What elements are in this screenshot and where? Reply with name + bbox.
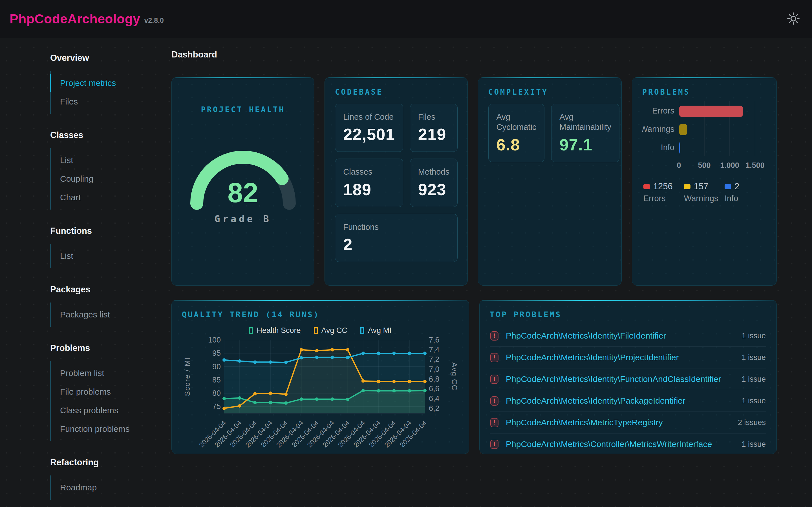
sidebar-group-classes: List Coupling Chart [50, 148, 161, 210]
svg-text:90: 90 [212, 362, 221, 371]
sidebar-heading-packages: Packages [50, 284, 161, 295]
problem-row[interactable]: ! PhpCodeArch\Metrics\Identity\PackageId… [490, 390, 766, 412]
stat-label: Lines of Code [343, 112, 395, 122]
codebase-stats: Lines of Code 22,501 Files 219 Classes 1… [335, 104, 457, 262]
svg-text:7,6: 7,6 [429, 337, 440, 344]
top-problems-card: TOP PROBLEMS ! PhpCodeArch\Metrics\Ident… [479, 300, 777, 454]
sidebar-item-packages-list[interactable]: Packages list [60, 305, 161, 324]
problem-issue-count: 1 issue [742, 375, 766, 384]
stat-label: Classes [343, 167, 395, 177]
info-count: 2 [734, 181, 739, 191]
stat-tile-avg-cyclomatic: Avg Cyclomatic 6.8 [488, 104, 545, 162]
svg-text:6,8: 6,8 [429, 375, 440, 383]
problem-class-link[interactable]: PhpCodeArch\Metrics\Identity\PackageIden… [506, 396, 686, 406]
health-score-swatch-icon [249, 327, 253, 334]
theme-toggle-button[interactable] [785, 11, 801, 27]
legend-health-score[interactable]: Health Score [249, 326, 301, 335]
sidebar-heading-overview: Overview [50, 53, 161, 63]
svg-text:6,4: 6,4 [429, 394, 440, 403]
stat-value: 189 [343, 180, 395, 199]
svg-text:0: 0 [677, 161, 681, 170]
complexity-title: COMPLEXITY [488, 88, 611, 96]
codebase-title: CODEBASE [335, 88, 457, 96]
stat-label: Avg Cyclomatic [497, 112, 537, 132]
stat-tile-classes: Classes 189 [335, 159, 403, 207]
legend-avg-mi[interactable]: Avg MI [360, 326, 392, 335]
errors-count: 1256 [653, 181, 673, 191]
quality-trend-card: QUALITY TREND (14 RUNS) Health Score Avg… [171, 300, 469, 454]
sidebar-item-class-problems[interactable]: Class problems [60, 401, 161, 420]
trend-legend: Health Score Avg CC Avg MI [182, 326, 459, 335]
legend-avg-cc[interactable]: Avg CC [314, 326, 348, 335]
sidebar-item-coupling[interactable]: Coupling [60, 170, 161, 188]
problem-issue-count: 1 issue [742, 332, 766, 340]
top-problems-list: ! PhpCodeArch\Metrics\Identity\FileIdent… [490, 325, 766, 454]
stat-label: Functions [343, 222, 449, 232]
problem-issue-count: 1 issue [742, 397, 766, 405]
quality-trend-chart: 75808590951006,26,46,66,87,07,27,47,6Sco… [182, 337, 459, 449]
svg-text:Score / MI: Score / MI [183, 357, 192, 396]
info-swatch-icon [725, 184, 731, 189]
sidebar-item-problem-list[interactable]: Problem list [60, 364, 161, 383]
sidebar-item-chart[interactable]: Chart [60, 188, 161, 207]
complexity-card: COMPLEXITY Avg Cyclomatic 6.8 Avg Mainta… [478, 77, 622, 286]
problem-row[interactable]: ! PhpCodeArch\Metrics\Identity\FunctionA… [490, 369, 766, 390]
sidebar-item-roadmap[interactable]: Roadmap [60, 478, 161, 497]
problem-row[interactable]: ! PhpCodeArch\Metrics\MetricTypeRegistry… [490, 412, 766, 434]
stat-value: 22,501 [343, 125, 395, 144]
problem-class-link[interactable]: PhpCodeArch\Metrics\Identity\FileIdentif… [506, 331, 666, 341]
svg-text:Info: Info [661, 143, 674, 152]
warnings-label: Warnings [684, 194, 725, 203]
problems-bar-chart: 05001.0001.500ErrorsWarningsInfo [642, 101, 767, 174]
problem-row[interactable]: ! PhpCodeArch\Metrics\Identity\FileIdent… [490, 325, 766, 347]
sidebar-item-project-metrics[interactable]: Project metrics [60, 74, 161, 93]
problem-row[interactable]: ! PhpCodeArch\Metrics\Identity\ProjectId… [490, 347, 766, 369]
sidebar-item-functions-list[interactable]: List [60, 247, 161, 265]
stat-value: 6.8 [497, 135, 537, 154]
complexity-stats: Avg Cyclomatic 6.8 Avg Maintainability 9… [488, 104, 611, 162]
svg-text:7,2: 7,2 [429, 355, 440, 363]
exclamation-icon: ! [490, 353, 499, 362]
legend-errors: 1256 Errors [644, 181, 684, 203]
problem-class-link[interactable]: PhpCodeArch\Metrics\Identity\ProjectIden… [506, 353, 679, 362]
sidebar-group-packages: Packages list [50, 302, 161, 327]
svg-text:6,2: 6,2 [429, 404, 440, 413]
stat-tile-functions: Functions 2 [335, 214, 458, 262]
problem-row[interactable]: ! PhpCodeArch\Metrics\Controller\Metrics… [490, 434, 766, 454]
problem-class-link[interactable]: PhpCodeArch\Metrics\Identity\FunctionAnd… [506, 374, 721, 384]
problem-class-link[interactable]: PhpCodeArch\Metrics\MetricTypeRegistry [506, 418, 663, 427]
legend-label: Avg MI [368, 326, 392, 335]
legend-warnings: 157 Warnings [684, 181, 725, 203]
problem-issue-count: 2 issues [738, 418, 766, 427]
warnings-swatch-icon [684, 184, 691, 189]
sidebar-item-files[interactable]: Files [60, 93, 161, 111]
sidebar-item-function-problems[interactable]: Function problems [60, 420, 161, 438]
stat-value: 97.1 [559, 135, 611, 154]
errors-swatch-icon [644, 184, 650, 189]
sidebar-item-classes-list[interactable]: List [60, 151, 161, 170]
stat-tile-avg-maintainability: Avg Maintainability 97.1 [551, 104, 619, 162]
problem-class-link[interactable]: PhpCodeArch\Metrics\Controller\MetricsWr… [506, 439, 712, 449]
svg-text:1.500: 1.500 [746, 161, 765, 170]
codebase-card: CODEBASE Lines of Code 22,501 Files 219 … [324, 77, 467, 286]
sidebar-item-file-problems[interactable]: File problems [60, 383, 161, 401]
stat-tile-methods: Methods 923 [410, 159, 458, 207]
legend-label: Avg CC [321, 326, 348, 335]
health-gauge: 82 [184, 141, 302, 212]
exclamation-icon: ! [490, 375, 499, 384]
sidebar: Overview Project metrics Files Classes L… [50, 53, 161, 507]
svg-text:1.000: 1.000 [720, 161, 739, 170]
svg-text:80: 80 [212, 389, 221, 397]
stat-label: Files [418, 112, 449, 122]
svg-text:75: 75 [212, 402, 221, 411]
svg-text:500: 500 [698, 161, 711, 170]
sidebar-heading-refactoring: Refactoring [50, 457, 161, 467]
svg-text:Warnings: Warnings [642, 124, 674, 133]
project-health-card: PROJECT HEALTH 82 Grade B [171, 77, 314, 286]
exclamation-icon: ! [490, 418, 499, 427]
svg-text:85: 85 [212, 376, 221, 384]
top-problems-title: TOP PROBLEMS [490, 310, 766, 319]
svg-text:100: 100 [208, 337, 221, 344]
stat-tile-files: Files 219 [410, 104, 458, 152]
health-grade-label: Grade B [182, 214, 304, 224]
